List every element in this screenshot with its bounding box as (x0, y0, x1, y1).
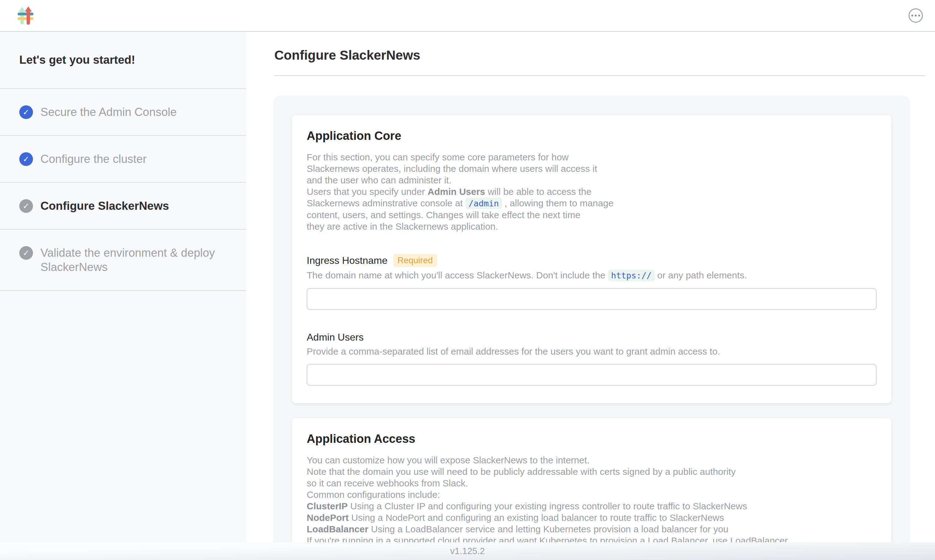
check-circle-icon: ✓ (19, 199, 33, 213)
admin-users-label: Admin Users (307, 332, 364, 343)
ingress-hostname-input[interactable] (307, 288, 876, 310)
application-access-description: You can customize how you will expose Sl… (307, 454, 876, 542)
footer-bar: v1.125.2 (0, 542, 935, 560)
check-circle-icon: ✓ (19, 105, 33, 119)
ingress-hostname-field-group: Ingress Hostname Required The domain nam… (307, 254, 876, 310)
main-content: Configure SlackerNews Application Core F… (246, 32, 935, 542)
overflow-menu-button[interactable] (909, 8, 923, 23)
ingress-hostname-help: The domain name at which you'll access S… (307, 269, 876, 281)
application-access-title: Application Access (307, 432, 876, 446)
step-validate-and-deploy[interactable]: ✓ Validate the environment & deploy Slac… (0, 230, 246, 291)
app-window: Let's get you started! ✓ Secure the Admi… (0, 0, 935, 560)
step-configure-cluster[interactable]: ✓ Configure the cluster (0, 136, 246, 183)
application-core-title: Application Core (307, 129, 876, 143)
admin-users-input[interactable] (307, 364, 876, 386)
application-core-card: Application Core For this section, you c… (292, 115, 892, 403)
required-badge: Required (393, 254, 437, 267)
check-circle-icon: ✓ (19, 152, 33, 166)
app-version: v1.125.2 (450, 546, 484, 556)
sidebar-title: Let's get you started! (0, 32, 246, 89)
ellipsis-icon (911, 15, 913, 17)
page-title: Configure SlackerNews (274, 48, 910, 63)
config-panel: Application Core For this section, you c… (273, 96, 910, 542)
step-secure-admin-console[interactable]: ✓ Secure the Admin Console (0, 89, 246, 136)
application-access-card: Application Access You can customize how… (292, 418, 892, 542)
admin-users-help: Provide a comma-separated list of email … (307, 346, 876, 357)
slackernews-logo-icon (17, 6, 34, 25)
application-core-description: For this section, you can specify some c… (307, 151, 876, 232)
check-circle-icon: ✓ (19, 246, 33, 260)
ingress-hostname-label: Ingress Hostname (307, 255, 387, 266)
top-bar (0, 0, 935, 32)
step-configure-slackernews[interactable]: ✓ Configure SlackerNews (0, 183, 246, 230)
setup-stepper-sidebar: Let's get you started! ✓ Secure the Admi… (0, 32, 246, 542)
title-divider (274, 75, 925, 76)
admin-users-field-group: Admin Users Provide a comma-separated li… (307, 332, 876, 386)
